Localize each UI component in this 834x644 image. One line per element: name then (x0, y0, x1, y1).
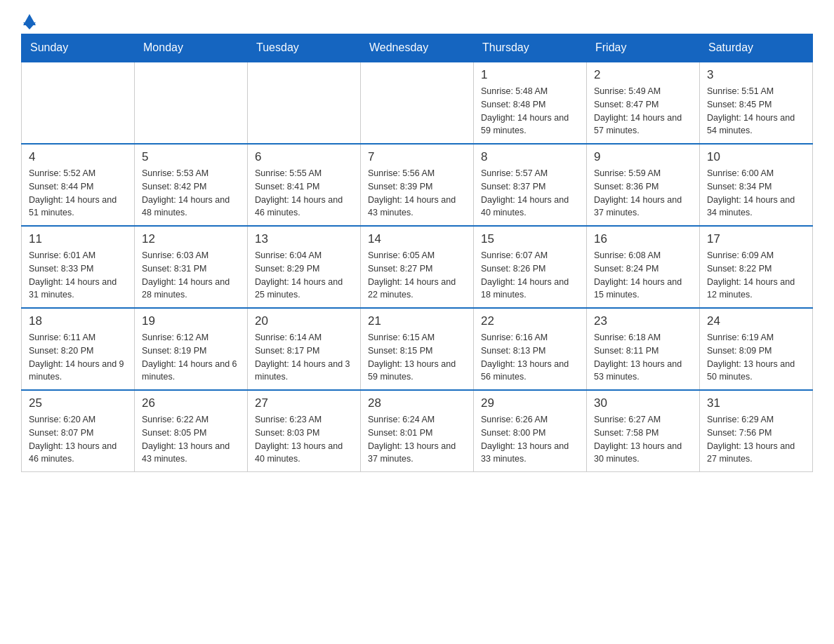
day-number: 21 (368, 314, 466, 328)
calendar-cell: 15Sunrise: 6:07 AMSunset: 8:26 PMDayligh… (474, 226, 587, 308)
weekday-header-saturday: Saturday (700, 34, 813, 62)
day-info: Sunrise: 6:15 AMSunset: 8:15 PMDaylight:… (368, 331, 466, 384)
day-number: 12 (142, 232, 240, 246)
calendar-cell: 27Sunrise: 6:23 AMSunset: 8:03 PMDayligh… (248, 390, 361, 472)
day-info: Sunrise: 6:03 AMSunset: 8:31 PMDaylight:… (142, 249, 240, 302)
weekday-header-sunday: Sunday (22, 34, 135, 62)
logo (21, 14, 36, 27)
day-number: 13 (255, 232, 353, 246)
day-info: Sunrise: 6:00 AMSunset: 8:34 PMDaylight:… (707, 167, 805, 220)
calendar-cell: 8Sunrise: 5:57 AMSunset: 8:37 PMDaylight… (474, 144, 587, 226)
day-number: 26 (142, 396, 240, 410)
day-number: 22 (481, 314, 579, 328)
calendar-cell: 5Sunrise: 5:53 AMSunset: 8:42 PMDaylight… (135, 144, 248, 226)
day-info: Sunrise: 6:07 AMSunset: 8:26 PMDaylight:… (481, 249, 579, 302)
calendar-cell: 9Sunrise: 5:59 AMSunset: 8:36 PMDaylight… (587, 144, 700, 226)
calendar-cell: 19Sunrise: 6:12 AMSunset: 8:19 PMDayligh… (135, 308, 248, 390)
day-number: 30 (594, 396, 692, 410)
day-info: Sunrise: 5:59 AMSunset: 8:36 PMDaylight:… (594, 167, 692, 220)
calendar-cell: 20Sunrise: 6:14 AMSunset: 8:17 PMDayligh… (248, 308, 361, 390)
day-number: 27 (255, 396, 353, 410)
day-info: Sunrise: 5:55 AMSunset: 8:41 PMDaylight:… (255, 167, 353, 220)
day-number: 4 (29, 150, 127, 164)
day-info: Sunrise: 6:04 AMSunset: 8:29 PMDaylight:… (255, 249, 353, 302)
week-row-1: 4Sunrise: 5:52 AMSunset: 8:44 PMDaylight… (22, 144, 813, 226)
calendar-cell: 14Sunrise: 6:05 AMSunset: 8:27 PMDayligh… (361, 226, 474, 308)
calendar-cell: 25Sunrise: 6:20 AMSunset: 8:07 PMDayligh… (22, 390, 135, 472)
calendar-cell: 16Sunrise: 6:08 AMSunset: 8:24 PMDayligh… (587, 226, 700, 308)
calendar: SundayMondayTuesdayWednesdayThursdayFrid… (21, 34, 813, 472)
header (21, 14, 813, 27)
weekday-header-row: SundayMondayTuesdayWednesdayThursdayFrid… (22, 34, 813, 62)
day-info: Sunrise: 6:14 AMSunset: 8:17 PMDaylight:… (255, 331, 353, 384)
day-info: Sunrise: 6:19 AMSunset: 8:09 PMDaylight:… (707, 331, 805, 384)
day-info: Sunrise: 5:57 AMSunset: 8:37 PMDaylight:… (481, 167, 579, 220)
weekday-header-friday: Friday (587, 34, 700, 62)
calendar-cell: 21Sunrise: 6:15 AMSunset: 8:15 PMDayligh… (361, 308, 474, 390)
day-info: Sunrise: 5:56 AMSunset: 8:39 PMDaylight:… (368, 167, 466, 220)
day-info: Sunrise: 5:52 AMSunset: 8:44 PMDaylight:… (29, 167, 127, 220)
calendar-cell: 26Sunrise: 6:22 AMSunset: 8:05 PMDayligh… (135, 390, 248, 472)
day-number: 29 (481, 396, 579, 410)
day-info: Sunrise: 6:29 AMSunset: 7:56 PMDaylight:… (707, 413, 805, 466)
day-number: 6 (255, 150, 353, 164)
calendar-cell: 3Sunrise: 5:51 AMSunset: 8:45 PMDaylight… (700, 62, 813, 144)
calendar-cell (361, 62, 474, 144)
day-info: Sunrise: 6:27 AMSunset: 7:58 PMDaylight:… (594, 413, 692, 466)
calendar-cell: 10Sunrise: 6:00 AMSunset: 8:34 PMDayligh… (700, 144, 813, 226)
day-info: Sunrise: 5:53 AMSunset: 8:42 PMDaylight:… (142, 167, 240, 220)
day-number: 24 (707, 314, 805, 328)
week-row-2: 11Sunrise: 6:01 AMSunset: 8:33 PMDayligh… (22, 226, 813, 308)
day-number: 1 (481, 68, 579, 82)
day-info: Sunrise: 6:09 AMSunset: 8:22 PMDaylight:… (707, 249, 805, 302)
calendar-cell: 12Sunrise: 6:03 AMSunset: 8:31 PMDayligh… (135, 226, 248, 308)
day-number: 19 (142, 314, 240, 328)
day-number: 7 (368, 150, 466, 164)
day-info: Sunrise: 6:12 AMSunset: 8:19 PMDaylight:… (142, 331, 240, 384)
day-info: Sunrise: 6:24 AMSunset: 8:01 PMDaylight:… (368, 413, 466, 466)
calendar-cell: 7Sunrise: 5:56 AMSunset: 8:39 PMDaylight… (361, 144, 474, 226)
weekday-header-thursday: Thursday (474, 34, 587, 62)
calendar-cell (22, 62, 135, 144)
day-info: Sunrise: 6:20 AMSunset: 8:07 PMDaylight:… (29, 413, 127, 466)
day-info: Sunrise: 6:16 AMSunset: 8:13 PMDaylight:… (481, 331, 579, 384)
day-info: Sunrise: 6:01 AMSunset: 8:33 PMDaylight:… (29, 249, 127, 302)
day-number: 31 (707, 396, 805, 410)
day-info: Sunrise: 6:11 AMSunset: 8:20 PMDaylight:… (29, 331, 127, 384)
calendar-cell: 13Sunrise: 6:04 AMSunset: 8:29 PMDayligh… (248, 226, 361, 308)
day-info: Sunrise: 6:22 AMSunset: 8:05 PMDaylight:… (142, 413, 240, 466)
day-number: 15 (481, 232, 579, 246)
day-info: Sunrise: 6:05 AMSunset: 8:27 PMDaylight:… (368, 249, 466, 302)
day-info: Sunrise: 6:26 AMSunset: 8:00 PMDaylight:… (481, 413, 579, 466)
calendar-cell: 11Sunrise: 6:01 AMSunset: 8:33 PMDayligh… (22, 226, 135, 308)
calendar-cell: 22Sunrise: 6:16 AMSunset: 8:13 PMDayligh… (474, 308, 587, 390)
calendar-cell: 4Sunrise: 5:52 AMSunset: 8:44 PMDaylight… (22, 144, 135, 226)
calendar-cell: 29Sunrise: 6:26 AMSunset: 8:00 PMDayligh… (474, 390, 587, 472)
weekday-header-tuesday: Tuesday (248, 34, 361, 62)
day-info: Sunrise: 6:18 AMSunset: 8:11 PMDaylight:… (594, 331, 692, 384)
day-number: 8 (481, 150, 579, 164)
calendar-cell: 18Sunrise: 6:11 AMSunset: 8:20 PMDayligh… (22, 308, 135, 390)
day-number: 16 (594, 232, 692, 246)
calendar-cell: 24Sunrise: 6:19 AMSunset: 8:09 PMDayligh… (700, 308, 813, 390)
day-number: 28 (368, 396, 466, 410)
day-number: 10 (707, 150, 805, 164)
day-info: Sunrise: 5:51 AMSunset: 8:45 PMDaylight:… (707, 85, 805, 137)
week-row-0: 1Sunrise: 5:48 AMSunset: 8:48 PMDaylight… (22, 62, 813, 144)
calendar-cell: 23Sunrise: 6:18 AMSunset: 8:11 PMDayligh… (587, 308, 700, 390)
day-info: Sunrise: 6:08 AMSunset: 8:24 PMDaylight:… (594, 249, 692, 302)
weekday-header-wednesday: Wednesday (361, 34, 474, 62)
day-number: 23 (594, 314, 692, 328)
day-number: 3 (707, 68, 805, 82)
calendar-cell (135, 62, 248, 144)
calendar-cell: 31Sunrise: 6:29 AMSunset: 7:56 PMDayligh… (700, 390, 813, 472)
day-number: 9 (594, 150, 692, 164)
day-number: 25 (29, 396, 127, 410)
calendar-cell: 30Sunrise: 6:27 AMSunset: 7:58 PMDayligh… (587, 390, 700, 472)
day-number: 14 (368, 232, 466, 246)
week-row-4: 25Sunrise: 6:20 AMSunset: 8:07 PMDayligh… (22, 390, 813, 472)
calendar-cell: 28Sunrise: 6:24 AMSunset: 8:01 PMDayligh… (361, 390, 474, 472)
day-info: Sunrise: 6:23 AMSunset: 8:03 PMDaylight:… (255, 413, 353, 466)
calendar-cell: 1Sunrise: 5:48 AMSunset: 8:48 PMDaylight… (474, 62, 587, 144)
day-number: 11 (29, 232, 127, 246)
